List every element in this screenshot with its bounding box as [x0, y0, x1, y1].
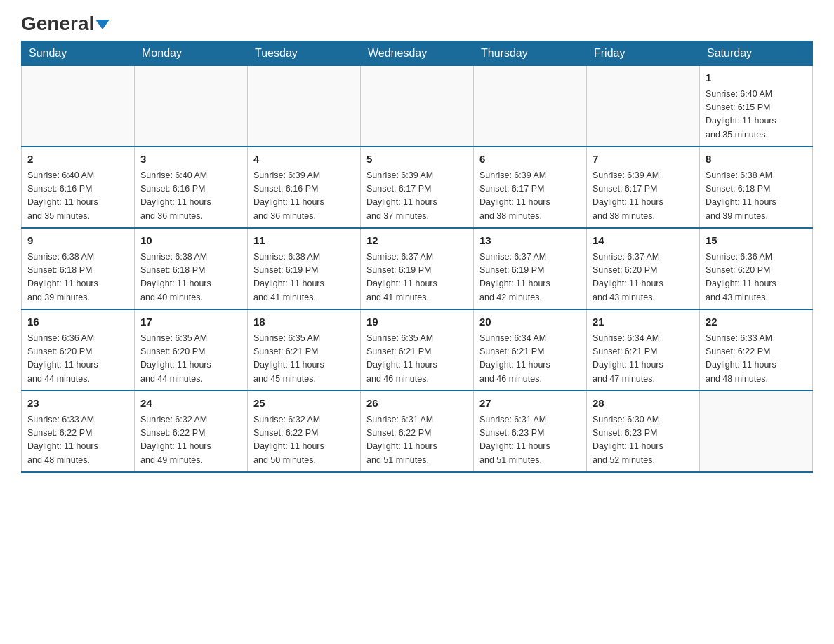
day-number: 14	[593, 233, 694, 249]
calendar-day-cell: 28Sunrise: 6:30 AMSunset: 6:23 PMDayligh…	[587, 391, 700, 472]
day-number: 7	[593, 152, 694, 168]
calendar-day-cell: 18Sunrise: 6:35 AMSunset: 6:21 PMDayligh…	[248, 309, 361, 391]
calendar-day-cell: 17Sunrise: 6:35 AMSunset: 6:20 PMDayligh…	[135, 309, 248, 391]
day-number: 10	[140, 233, 241, 249]
calendar-day-cell: 9Sunrise: 6:38 AMSunset: 6:18 PMDaylight…	[22, 228, 135, 309]
weekday-thursday: Thursday	[474, 41, 587, 66]
calendar-week-row: 16Sunrise: 6:36 AMSunset: 6:20 PMDayligh…	[22, 309, 813, 391]
day-info: Sunrise: 6:37 AMSunset: 6:19 PMDaylight:…	[479, 250, 581, 305]
day-info: Sunrise: 6:35 AMSunset: 6:21 PMDaylight:…	[253, 332, 355, 387]
day-number: 13	[479, 233, 581, 249]
calendar-day-cell: 15Sunrise: 6:36 AMSunset: 6:20 PMDayligh…	[700, 228, 813, 309]
page-header: General	[21, 14, 813, 34]
day-number: 5	[366, 152, 468, 168]
day-number: 2	[27, 152, 128, 168]
day-number: 27	[479, 396, 581, 412]
day-info: Sunrise: 6:33 AMSunset: 6:22 PMDaylight:…	[706, 332, 807, 387]
calendar-day-cell: 25Sunrise: 6:32 AMSunset: 6:22 PMDayligh…	[248, 391, 361, 472]
day-info: Sunrise: 6:39 AMSunset: 6:17 PMDaylight:…	[479, 169, 581, 224]
calendar-week-row: 1Sunrise: 6:40 AMSunset: 6:15 PMDaylight…	[22, 66, 813, 147]
calendar-day-cell: 13Sunrise: 6:37 AMSunset: 6:19 PMDayligh…	[474, 228, 587, 309]
day-number: 24	[140, 396, 241, 412]
day-info: Sunrise: 6:40 AMSunset: 6:16 PMDaylight:…	[140, 169, 241, 224]
calendar-week-row: 9Sunrise: 6:38 AMSunset: 6:18 PMDaylight…	[22, 228, 813, 309]
logo-general-text: General	[21, 14, 110, 34]
calendar-day-cell	[22, 66, 135, 147]
calendar-week-row: 23Sunrise: 6:33 AMSunset: 6:22 PMDayligh…	[22, 391, 813, 472]
calendar-table: Sunday Monday Tuesday Wednesday Thursday…	[21, 41, 813, 473]
day-number: 15	[706, 233, 807, 249]
day-number: 19	[366, 314, 468, 330]
day-number: 11	[253, 233, 355, 249]
calendar-day-cell: 1Sunrise: 6:40 AMSunset: 6:15 PMDaylight…	[700, 66, 813, 147]
day-info: Sunrise: 6:36 AMSunset: 6:20 PMDaylight:…	[706, 250, 807, 305]
day-number: 1	[706, 70, 807, 86]
calendar-day-cell: 21Sunrise: 6:34 AMSunset: 6:21 PMDayligh…	[587, 309, 700, 391]
calendar-day-cell: 14Sunrise: 6:37 AMSunset: 6:20 PMDayligh…	[587, 228, 700, 309]
day-info: Sunrise: 6:34 AMSunset: 6:21 PMDaylight:…	[479, 332, 581, 387]
day-info: Sunrise: 6:39 AMSunset: 6:17 PMDaylight:…	[366, 169, 468, 224]
calendar-day-cell: 19Sunrise: 6:35 AMSunset: 6:21 PMDayligh…	[361, 309, 474, 391]
day-info: Sunrise: 6:39 AMSunset: 6:16 PMDaylight:…	[253, 169, 355, 224]
day-number: 18	[253, 314, 355, 330]
weekday-wednesday: Wednesday	[361, 41, 474, 66]
day-number: 28	[593, 396, 694, 412]
day-info: Sunrise: 6:31 AMSunset: 6:22 PMDaylight:…	[366, 413, 468, 468]
day-number: 8	[706, 152, 807, 168]
weekday-tuesday: Tuesday	[248, 41, 361, 66]
day-number: 6	[479, 152, 581, 168]
weekday-monday: Monday	[135, 41, 248, 66]
day-number: 16	[27, 314, 128, 330]
calendar-day-cell: 11Sunrise: 6:38 AMSunset: 6:19 PMDayligh…	[248, 228, 361, 309]
day-info: Sunrise: 6:31 AMSunset: 6:23 PMDaylight:…	[479, 413, 581, 468]
calendar-day-cell: 8Sunrise: 6:38 AMSunset: 6:18 PMDaylight…	[700, 147, 813, 228]
calendar-day-cell: 26Sunrise: 6:31 AMSunset: 6:22 PMDayligh…	[361, 391, 474, 472]
calendar-day-cell: 5Sunrise: 6:39 AMSunset: 6:17 PMDaylight…	[361, 147, 474, 228]
calendar-day-cell: 3Sunrise: 6:40 AMSunset: 6:16 PMDaylight…	[135, 147, 248, 228]
day-number: 20	[479, 314, 581, 330]
day-info: Sunrise: 6:39 AMSunset: 6:17 PMDaylight:…	[593, 169, 694, 224]
calendar-header: Sunday Monday Tuesday Wednesday Thursday…	[22, 41, 813, 66]
day-number: 3	[140, 152, 241, 168]
calendar-day-cell: 23Sunrise: 6:33 AMSunset: 6:22 PMDayligh…	[22, 391, 135, 472]
day-info: Sunrise: 6:40 AMSunset: 6:15 PMDaylight:…	[706, 88, 807, 142]
weekday-header-row: Sunday Monday Tuesday Wednesday Thursday…	[22, 41, 813, 66]
day-info: Sunrise: 6:35 AMSunset: 6:21 PMDaylight:…	[366, 332, 468, 387]
day-number: 25	[253, 396, 355, 412]
calendar-day-cell	[135, 66, 248, 147]
calendar-day-cell: 2Sunrise: 6:40 AMSunset: 6:16 PMDaylight…	[22, 147, 135, 228]
calendar-day-cell: 10Sunrise: 6:38 AMSunset: 6:18 PMDayligh…	[135, 228, 248, 309]
day-number: 9	[27, 233, 128, 249]
weekday-saturday: Saturday	[700, 41, 813, 66]
day-info: Sunrise: 6:32 AMSunset: 6:22 PMDaylight:…	[253, 413, 355, 468]
day-info: Sunrise: 6:34 AMSunset: 6:21 PMDaylight:…	[593, 332, 694, 387]
calendar-week-row: 2Sunrise: 6:40 AMSunset: 6:16 PMDaylight…	[22, 147, 813, 228]
calendar-day-cell	[248, 66, 361, 147]
day-info: Sunrise: 6:37 AMSunset: 6:20 PMDaylight:…	[593, 250, 694, 305]
calendar-day-cell: 12Sunrise: 6:37 AMSunset: 6:19 PMDayligh…	[361, 228, 474, 309]
calendar-body: 1Sunrise: 6:40 AMSunset: 6:15 PMDaylight…	[22, 66, 813, 473]
calendar-day-cell: 22Sunrise: 6:33 AMSunset: 6:22 PMDayligh…	[700, 309, 813, 391]
day-number: 22	[706, 314, 807, 330]
day-number: 4	[253, 152, 355, 168]
calendar-day-cell: 20Sunrise: 6:34 AMSunset: 6:21 PMDayligh…	[474, 309, 587, 391]
day-number: 12	[366, 233, 468, 249]
day-info: Sunrise: 6:38 AMSunset: 6:18 PMDaylight:…	[140, 250, 241, 305]
day-number: 17	[140, 314, 241, 330]
logo-arrow-icon	[95, 20, 110, 29]
day-info: Sunrise: 6:35 AMSunset: 6:20 PMDaylight:…	[140, 332, 241, 387]
day-info: Sunrise: 6:37 AMSunset: 6:19 PMDaylight:…	[366, 250, 468, 305]
calendar-day-cell	[587, 66, 700, 147]
calendar-day-cell	[361, 66, 474, 147]
calendar-day-cell: 16Sunrise: 6:36 AMSunset: 6:20 PMDayligh…	[22, 309, 135, 391]
day-number: 23	[27, 396, 128, 412]
day-info: Sunrise: 6:36 AMSunset: 6:20 PMDaylight:…	[27, 332, 128, 387]
calendar-day-cell: 6Sunrise: 6:39 AMSunset: 6:17 PMDaylight…	[474, 147, 587, 228]
calendar-day-cell	[474, 66, 587, 147]
weekday-sunday: Sunday	[22, 41, 135, 66]
day-info: Sunrise: 6:33 AMSunset: 6:22 PMDaylight:…	[27, 413, 128, 468]
calendar-day-cell: 4Sunrise: 6:39 AMSunset: 6:16 PMDaylight…	[248, 147, 361, 228]
day-number: 21	[593, 314, 694, 330]
weekday-friday: Friday	[587, 41, 700, 66]
calendar-day-cell: 24Sunrise: 6:32 AMSunset: 6:22 PMDayligh…	[135, 391, 248, 472]
